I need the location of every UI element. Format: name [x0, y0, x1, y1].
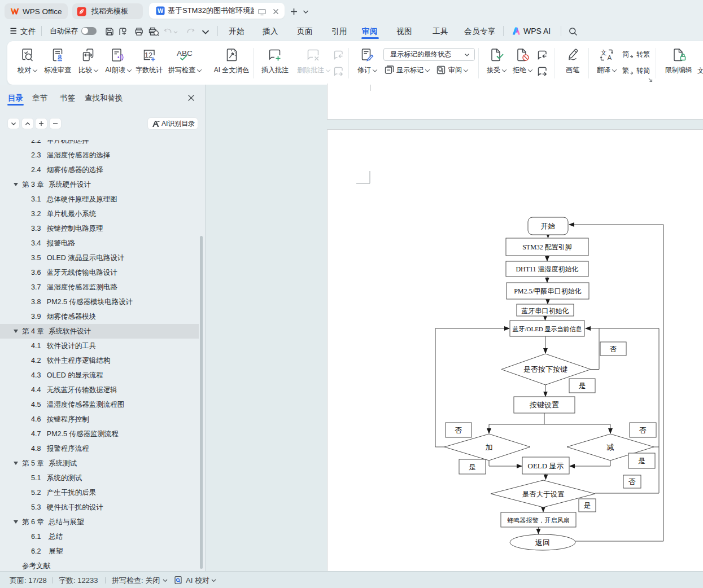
svg-text:加: 加: [486, 443, 493, 451]
svg-text:是: 是: [584, 501, 591, 510]
svg-text:文: 文: [600, 49, 606, 56]
svg-text:按键设置: 按键设置: [529, 401, 559, 409]
svg-text:繁: 繁: [622, 67, 630, 74]
svg-text:蓝牙串口初始化: 蓝牙串口初始化: [522, 307, 569, 315]
svg-text:否: 否: [455, 426, 462, 435]
svg-text:是否大于设置: 是否大于设置: [522, 490, 565, 498]
svg-text:PM2.5/甲醛串口初始化: PM2.5/甲醛串口初始化: [514, 287, 582, 295]
svg-text:是: 是: [469, 463, 476, 471]
svg-text:OELD 显示: OELD 显示: [528, 462, 564, 470]
svg-text:否: 否: [628, 477, 636, 486]
svg-text:否: 否: [610, 345, 617, 353]
svg-text:简: 简: [622, 50, 630, 58]
svg-text:是否按下按键: 是否按下按键: [523, 365, 567, 374]
svg-text:是: 是: [638, 457, 645, 465]
svg-text:DHT11 温湿度初始化: DHT11 温湿度初始化: [516, 265, 578, 273]
svg-text:ABC: ABC: [177, 49, 193, 58]
svg-text:STM32 配置引脚: STM32 配置引脚: [522, 243, 572, 251]
svg-text:W: W: [158, 7, 164, 14]
svg-text:否: 否: [639, 426, 647, 435]
svg-text:开始: 开始: [541, 222, 556, 230]
svg-text:蜂鸣器报警，开启风扇: 蜂鸣器报警，开启风扇: [508, 517, 570, 524]
svg-text:返回: 返回: [535, 538, 550, 547]
svg-text:减: 减: [607, 443, 614, 451]
svg-text:12: 12: [145, 51, 152, 59]
svg-text:是: 是: [579, 381, 586, 390]
svg-text:A: A: [607, 54, 612, 61]
svg-text:蓝牙/OLED 显示当前信息: 蓝牙/OLED 显示当前信息: [512, 326, 582, 332]
